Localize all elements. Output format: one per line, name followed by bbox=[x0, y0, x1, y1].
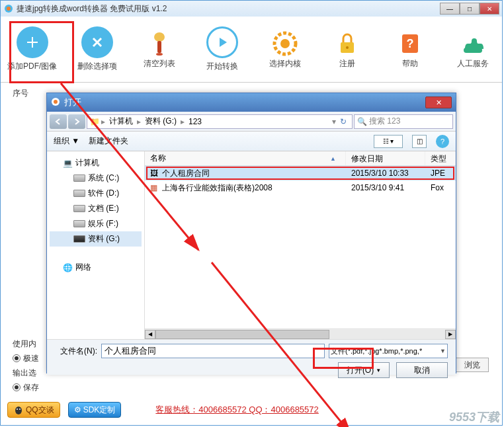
clear-list-button[interactable]: 清空列表 bbox=[137, 22, 183, 77]
quick-mode-label: 极速 bbox=[23, 351, 39, 366]
horizontal-scrollbar[interactable]: ◀▶ bbox=[145, 329, 456, 339]
svg-text:?: ? bbox=[407, 37, 414, 50]
tree-computer[interactable]: 💻 计算机 bbox=[50, 155, 142, 171]
svg-rect-3 bbox=[157, 41, 161, 53]
drive-icon bbox=[73, 220, 85, 227]
nav-back-button[interactable] bbox=[50, 114, 67, 129]
file-row[interactable]: 🖼个人租房合同 2015/3/10 10:33 JPE bbox=[145, 166, 456, 180]
dialog-help-button[interactable]: ? bbox=[436, 135, 449, 148]
dialog-title: 打开 bbox=[64, 97, 425, 108]
view-mode-button[interactable]: ☷ ▾ bbox=[374, 135, 403, 148]
svg-point-6 bbox=[280, 39, 290, 48]
manual-service-button[interactable]: 人工服务 bbox=[450, 22, 495, 77]
drive-icon bbox=[73, 190, 85, 197]
drive-icon bbox=[73, 175, 85, 182]
save-label: 保存 bbox=[23, 380, 39, 395]
network-icon: 🌐 bbox=[63, 263, 73, 272]
open-file-button[interactable]: 打开(O)▼ bbox=[338, 362, 390, 378]
image-file-icon: 🖼 bbox=[150, 169, 159, 178]
svg-point-13 bbox=[17, 408, 18, 410]
search-icon: 🔍 bbox=[357, 117, 367, 126]
search-input[interactable]: 🔍 搜索 123 bbox=[354, 114, 453, 129]
folder-tree: 💻 计算机 系统 (C:) 软件 (D:) 文档 (E:) 娱乐 (F:) 资料… bbox=[47, 151, 145, 339]
close-button[interactable]: ✕ bbox=[480, 3, 499, 15]
drive-icon bbox=[73, 205, 85, 212]
register-button[interactable]: 注册 bbox=[325, 22, 370, 77]
minimize-button[interactable]: — bbox=[440, 3, 460, 15]
watermark: 9553下载 bbox=[449, 409, 499, 425]
preview-pane-button[interactable]: ◫ bbox=[412, 135, 427, 148]
svg-point-4 bbox=[156, 53, 163, 56]
help-button[interactable]: ? 帮助 bbox=[388, 22, 433, 77]
col-date[interactable]: 修改日期 bbox=[346, 151, 425, 165]
pdf-file-icon: ▦ bbox=[150, 183, 159, 192]
maximize-button[interactable]: □ bbox=[460, 3, 480, 15]
file-filter-select[interactable]: 文件(*.pdf,*.jpg*.bmp,*.png,*▼ bbox=[329, 344, 448, 358]
organize-menu[interactable]: 组织 ▼ bbox=[54, 136, 79, 147]
main-title: 捷速jpg转换成word转换器 免费试用版 v1.2 bbox=[17, 3, 440, 15]
svg-point-1 bbox=[7, 7, 11, 11]
svg-rect-11 bbox=[464, 48, 482, 53]
dialog-icon bbox=[51, 97, 62, 108]
open-dialog: 打开 ✕ 📁 ▸ 计算机 ▸ 资料 (G:) ▸ 123 ▾ ↻ 🔍 搜索 12… bbox=[46, 93, 456, 373]
browse-button[interactable]: 浏览 bbox=[456, 358, 489, 372]
tree-drive-f[interactable]: 娱乐 (F:) bbox=[50, 216, 142, 231]
svg-point-12 bbox=[15, 407, 22, 414]
file-row[interactable]: ▦上海各行业能效指南(表格)2008 2015/3/10 9:41 Fox bbox=[145, 180, 456, 195]
quick-mode-radio[interactable] bbox=[13, 354, 21, 362]
new-folder-button[interactable]: 新建文件夹 bbox=[89, 136, 128, 147]
col-type[interactable]: 类型 bbox=[425, 151, 456, 165]
add-pdf-button[interactable]: 添加PDF/图像 bbox=[7, 22, 57, 77]
computer-icon: 💻 bbox=[63, 159, 73, 168]
tree-drive-e[interactable]: 文档 (E:) bbox=[50, 201, 142, 216]
output-option-label: 输出选 bbox=[13, 366, 39, 380]
drive-icon bbox=[73, 235, 85, 243]
breadcrumb[interactable]: 📁 ▸ 计算机 ▸ 资料 (G:) ▸ 123 ▾ ↻ bbox=[87, 114, 353, 129]
app-icon bbox=[3, 3, 14, 14]
hotline-link[interactable]: 客服热线：4006685572 QQ：4006685572 bbox=[155, 404, 318, 416]
folder-icon: 📁 bbox=[90, 117, 100, 126]
tree-network[interactable]: 🌐 网络 bbox=[50, 260, 142, 275]
use-core-label: 使用内 bbox=[13, 336, 39, 351]
filename-input[interactable] bbox=[101, 344, 325, 358]
svg-point-8 bbox=[346, 46, 349, 49]
select-core-button[interactable]: 选择内核 bbox=[262, 22, 308, 77]
file-list: 名称▲ 修改日期 类型 🖼个人租房合同 2015/3/10 10:33 JPE … bbox=[145, 151, 456, 339]
tree-drive-c[interactable]: 系统 (C:) bbox=[50, 171, 142, 186]
save-radio[interactable] bbox=[13, 383, 21, 391]
nav-forward-button[interactable] bbox=[68, 114, 85, 129]
tree-drive-g[interactable]: 资料 (G:) bbox=[50, 231, 142, 247]
svg-point-14 bbox=[19, 408, 21, 410]
refresh-icon[interactable]: ↻ bbox=[337, 117, 349, 126]
sdk-badge[interactable]: ⚙ SDK定制 bbox=[68, 402, 122, 418]
col-name[interactable]: 名称▲ bbox=[145, 151, 346, 165]
tree-drive-d[interactable]: 软件 (D:) bbox=[50, 186, 142, 201]
start-convert-button[interactable]: 开始转换 bbox=[200, 22, 245, 77]
delete-selection-button[interactable]: 删除选择项 bbox=[74, 22, 120, 77]
svg-point-16 bbox=[54, 100, 58, 104]
svg-point-2 bbox=[154, 32, 165, 42]
qq-chat-badge[interactable]: QQ交谈 bbox=[7, 402, 60, 418]
dialog-close-button[interactable]: ✕ bbox=[425, 97, 452, 108]
main-toolbar: 添加PDF/图像 删除选择项 清空列表 开始转换 选择内核 注册 ? 帮助 人工 bbox=[1, 17, 502, 83]
sort-indicator-icon: ▲ bbox=[330, 155, 336, 162]
cancel-button[interactable]: 取消 bbox=[396, 362, 448, 378]
filename-label: 文件名(N): bbox=[55, 346, 97, 357]
main-titlebar: 捷速jpg转换成word转换器 免费试用版 v1.2 — □ ✕ bbox=[1, 1, 502, 17]
